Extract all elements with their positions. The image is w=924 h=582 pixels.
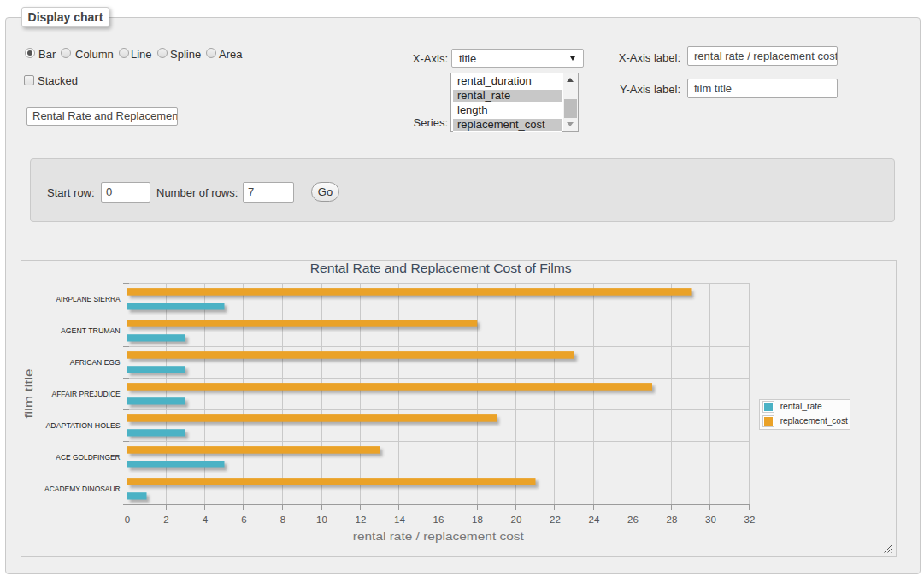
svg-text:30: 30 [705,514,716,525]
svg-text:ACADEMY DINOSAUR: ACADEMY DINOSAUR [44,484,121,493]
svg-text:replacement_cost: replacement_cost [780,415,849,426]
svg-text:6: 6 [241,514,246,525]
svg-text:ADAPTATION HOLES: ADAPTATION HOLES [45,420,120,430]
svg-text:AGENT TRUMAN: AGENT TRUMAN [61,326,121,335]
svg-text:4: 4 [203,514,209,525]
svg-text:0: 0 [125,514,130,525]
svg-text:2: 2 [163,514,168,525]
svg-text:16: 16 [433,514,444,525]
svg-text:Rental Rate and Replacement Co: Rental Rate and Replacement Cost of Film… [310,261,572,275]
svg-text:ACE GOLDFINGER: ACE GOLDFINGER [56,452,121,461]
svg-text:24: 24 [589,514,600,525]
svg-text:20: 20 [511,514,522,525]
svg-text:film title: film title [23,368,35,418]
svg-text:rental_rate: rental_rate [780,401,822,411]
svg-text:28: 28 [667,514,678,525]
svg-text:12: 12 [356,514,367,525]
svg-text:AIRPLANE SIERRA: AIRPLANE SIERRA [56,294,121,303]
svg-text:AFRICAN EGG: AFRICAN EGG [70,357,121,367]
svg-text:8: 8 [280,514,285,525]
svg-text:26: 26 [627,514,639,525]
svg-text:10: 10 [316,514,327,525]
svg-text:22: 22 [550,514,561,525]
svg-text:32: 32 [744,514,756,525]
svg-text:rental rate / replacement cost: rental rate / replacement cost [353,530,524,543]
svg-text:14: 14 [394,514,405,525]
svg-text:18: 18 [472,514,483,525]
svg-text:AFFAIR PREJUDICE: AFFAIR PREJUDICE [52,389,121,398]
